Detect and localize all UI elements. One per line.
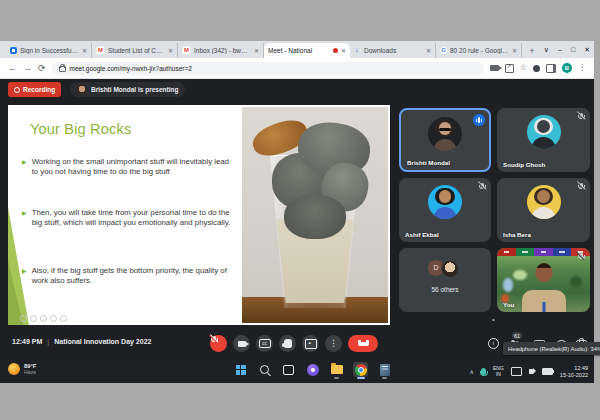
forward-icon[interactable]: → [23,64,32,73]
recording-dot-icon [333,48,338,53]
slide-bullet: ▶ Also, if the big stuff gets the bottom… [22,266,234,286]
bullet-marker-icon: ▶ [22,208,27,228]
purple-app-icon [307,364,319,376]
captions-button[interactable]: cc [256,335,273,352]
address-bar: ← → ⟳ meet.google.com/my-nwxh-jix?authus… [0,58,594,79]
gmail-icon [96,46,105,55]
purple-app-button[interactable] [305,362,320,377]
tab-close-icon[interactable]: ✕ [168,47,173,54]
participant-name: Ashif Ekbal [405,231,439,238]
window-controls: ∨ – □ ✕ [544,41,590,58]
camera-toggle-button[interactable] [233,335,250,352]
profile-avatar[interactable]: B [562,63,572,73]
cast-icon[interactable] [511,367,522,376]
battery-icon[interactable] [542,368,553,375]
tab-downloads[interactable]: Downloads ✕ [350,43,436,58]
reload-icon[interactable]: ⟳ [38,64,46,73]
participant-tile-brishti[interactable]: Brishti Mondal [399,108,491,172]
share-icon[interactable] [505,64,514,73]
avatar [428,117,462,151]
record-icon [14,87,20,93]
participant-count-badge: 61 [512,332,522,339]
close-button[interactable]: ✕ [584,46,590,54]
participant-tile-soudip[interactable]: Soudip Ghosh [497,108,590,172]
file-explorer-icon [331,365,343,374]
lanyard [542,302,545,312]
task-view-button[interactable] [281,362,296,377]
mic-muted-icon [577,112,585,121]
tab-search-8020[interactable]: 80 20 rule - Google S ✕ [436,43,522,58]
tab-search-chevron-icon[interactable]: ∨ [544,46,549,54]
tab-close-icon[interactable]: ✕ [426,47,431,54]
tab-close-icon[interactable]: ✕ [512,47,517,54]
new-tab-button[interactable]: + [526,45,538,57]
slideshow-controls[interactable] [20,315,67,322]
notes-app-icon [380,364,390,376]
tab-label: Sign in Successful raid [20,47,79,54]
tab-close-icon[interactable]: ✕ [341,47,346,54]
gmail-icon [182,46,191,55]
side-panel-icon[interactable] [546,64,556,73]
extension-icon[interactable] [533,65,540,72]
speaking-indicator-icon [473,114,485,126]
tab-strip: Sign in Successful raid ✕ Student List o… [0,41,594,58]
start-button[interactable] [233,362,248,377]
taskbar-search-button[interactable] [257,362,272,377]
avatar [428,185,462,219]
taskbar-clock[interactable]: 12:49 15-10-2022 [560,365,588,378]
tab-meet-active[interactable]: Meet - National ✕ [264,43,350,58]
chrome-button[interactable] [353,362,368,377]
url-field[interactable]: meet.google.com/my-nwxh-jix?authuser=2 [52,62,484,75]
mic-toggle-button[interactable] [210,335,227,352]
sunglasses [439,128,452,131]
google-icon [440,47,447,54]
minimize-button[interactable]: – [558,46,562,53]
clock-time: 12:49 [560,365,588,372]
hand-raise-icon [284,339,292,348]
mic-muted-icon [215,339,223,348]
speaker-icon[interactable] [529,369,533,374]
participant-name: Brishti Mondal [407,159,450,166]
overflow-tile-others[interactable]: D 56 others [399,248,491,312]
present-button[interactable] [302,335,319,352]
weather-widget[interactable]: 89°F Haze [8,363,36,376]
file-explorer-button[interactable] [329,362,344,377]
tray-mic-icon[interactable] [481,368,486,375]
rock [284,195,346,239]
weather-sun-icon [8,363,20,375]
participant-name: Soudip Ghosh [503,161,545,168]
task-view-icon [283,365,294,375]
tab-label: Inbox (342) - bwu20 [194,47,251,54]
presenting-text: Brishti Mondal is presenting [91,86,178,93]
tab-close-icon[interactable]: ✕ [254,47,259,54]
language-indicator[interactable]: ENG IN [493,366,504,377]
avatar [527,115,561,149]
avatar [527,185,561,219]
call-controls: cc ⋮ [210,335,378,352]
participant-tile-ashif[interactable]: Ashif Ekbal [399,178,491,242]
weather-condition: Haze [24,370,36,376]
self-video-person [535,263,552,282]
search-icon [260,365,269,374]
maximize-button[interactable]: □ [571,46,575,53]
more-options-button[interactable]: ⋮ [325,335,342,352]
info-icon[interactable]: i [488,338,499,349]
participant-tile-isha[interactable]: Isha Bera [497,178,590,242]
self-video-tile[interactable]: You [497,248,590,312]
tab-student-list[interactable]: Student List of Chikpa ✕ [92,43,178,58]
bookmark-star-icon[interactable]: ☆ [520,64,527,72]
slide-bullet: ▶ Working on the small unimportant stuff… [22,157,234,177]
tab-close-icon[interactable]: ✕ [82,47,87,54]
tab-signin[interactable]: Sign in Successful raid ✕ [6,43,92,58]
browser-menu-icon[interactable]: ⋮ [578,64,586,72]
chevron-up-icon[interactable]: ∧ [470,368,474,375]
notes-app-button[interactable] [377,362,392,377]
tab-inbox[interactable]: Inbox (342) - bwu20 ✕ [178,43,264,58]
participant-name: Isha Bera [503,231,531,238]
raise-hand-button[interactable] [279,335,296,352]
meeting-info: 12:49 PM | National Innovation Day 2022 [12,338,151,345]
end-call-button[interactable] [348,335,378,352]
camera-permission-icon[interactable] [490,65,499,71]
participant-name: You [503,301,514,308]
back-icon[interactable]: ← [8,64,17,73]
